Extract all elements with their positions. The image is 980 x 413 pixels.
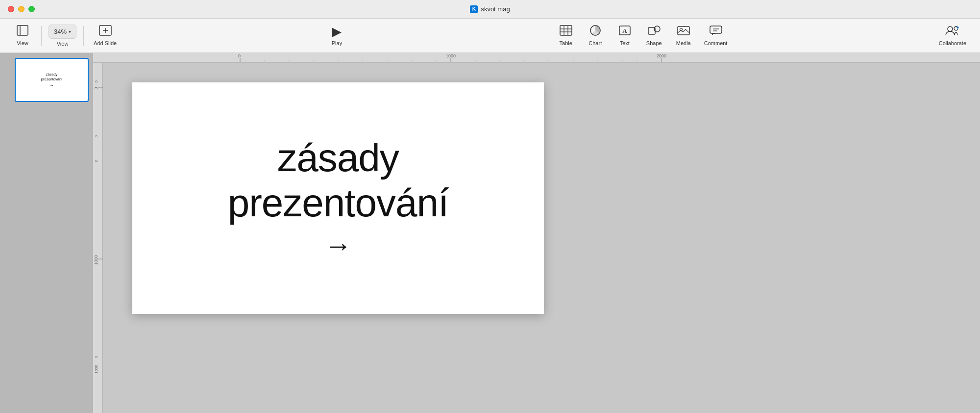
- svg-point-21: [954, 26, 958, 30]
- table-label: Table: [560, 40, 572, 46]
- svg-point-16: [680, 28, 682, 31]
- svg-text:0: 0: [94, 135, 98, 137]
- svg-rect-0: [17, 26, 28, 35]
- close-button[interactable]: [8, 6, 14, 12]
- zoom-label: View: [57, 41, 69, 47]
- chart-icon: [589, 25, 602, 38]
- ruler-left: 0 1000 0 0 0 1000 0: [93, 63, 103, 413]
- add-slide-label: Add Slide: [94, 40, 117, 46]
- play-label: Play: [332, 40, 342, 46]
- zoom-value: 34%: [54, 28, 67, 35]
- separator-1: [41, 26, 42, 46]
- svg-text:0: 0: [94, 159, 98, 162]
- window-title: K skvot mag: [470, 5, 510, 13]
- view-icon: [17, 25, 28, 38]
- play-icon: ▶: [332, 25, 342, 38]
- comment-label: Comment: [704, 40, 728, 46]
- svg-text:0: 0: [94, 87, 98, 89]
- comment-icon: [710, 25, 722, 38]
- svg-text:A: A: [622, 27, 627, 34]
- canvas-body: 0 1000 0 0 0 1000 0 zásady prezentování: [93, 63, 980, 413]
- add-slide-icon: [99, 25, 112, 38]
- media-label: Media: [676, 40, 691, 46]
- media-icon: [677, 25, 690, 38]
- slide-panel: 1 zásady prezentování →: [0, 53, 93, 413]
- ruler-left-mark-0: 0: [94, 80, 98, 82]
- comment-button[interactable]: Comment: [698, 21, 734, 50]
- collaborate-button[interactable]: Collaborate: [933, 21, 972, 50]
- maximize-button[interactable]: [28, 6, 35, 12]
- zoom-chevron-icon: ▾: [69, 29, 71, 34]
- slide-thumbnail[interactable]: zásady prezentování →: [15, 58, 89, 102]
- text-button[interactable]: A Text: [610, 21, 639, 50]
- ruler-top-svg: 0 1000 2000: [93, 53, 980, 63]
- play-button[interactable]: ▶ Play: [322, 21, 351, 50]
- slide-thumb-arrow: →: [49, 83, 54, 88]
- app-icon: K: [470, 5, 478, 13]
- text-icon: A: [618, 25, 631, 38]
- ruler-top: 0 1000 2000: [93, 53, 980, 63]
- zoom-group: 34% ▾ View: [46, 25, 79, 47]
- svg-text:1000: 1000: [94, 255, 98, 265]
- svg-point-20: [948, 26, 953, 31]
- slide-arrow: →: [324, 230, 352, 261]
- svg-rect-5: [560, 26, 572, 35]
- ruler-left-mark-1000: 1000: [94, 365, 98, 374]
- svg-text:0: 0: [94, 356, 98, 358]
- ruler-left-svg: 0 1000 0 0 0: [93, 63, 103, 413]
- media-button[interactable]: Media: [669, 21, 698, 50]
- svg-text:0: 0: [238, 53, 241, 58]
- window-controls: [8, 6, 35, 12]
- view-label: View: [17, 40, 28, 46]
- svg-text:2000: 2000: [657, 53, 666, 58]
- table-button[interactable]: Table: [551, 21, 581, 50]
- zoom-button[interactable]: 34% ▾: [49, 25, 76, 39]
- chart-label: Chart: [588, 40, 602, 46]
- toolbar: View 34% ▾ View Add Slide ▶ Play: [0, 19, 980, 53]
- title-bar: K skvot mag: [0, 0, 980, 19]
- minimize-button[interactable]: [18, 6, 24, 12]
- collaborate-label: Collaborate: [939, 40, 966, 46]
- chart-button[interactable]: Chart: [581, 21, 610, 50]
- slide-thumb-text: zásady prezentování: [41, 72, 62, 82]
- table-icon: [560, 25, 572, 38]
- svg-text:1000: 1000: [446, 53, 456, 58]
- document-title: skvot mag: [481, 5, 510, 13]
- canvas-scroll: zásady prezentování →: [103, 63, 980, 413]
- svg-rect-17: [710, 26, 722, 33]
- svg-rect-15: [678, 26, 689, 35]
- shape-icon: [648, 25, 661, 38]
- text-label: Text: [620, 40, 630, 46]
- slide-title: zásady prezentování: [228, 135, 449, 226]
- view-button[interactable]: View: [8, 21, 37, 50]
- shape-label: Shape: [646, 40, 662, 46]
- main-area: 1 zásady prezentování → 0 1000 2000: [0, 53, 980, 413]
- shape-button[interactable]: Shape: [639, 21, 669, 50]
- collaborate-icon: [945, 25, 960, 38]
- canvas-area: 0 1000 2000: [93, 53, 980, 413]
- add-slide-button[interactable]: Add Slide: [88, 21, 122, 50]
- slide-canvas[interactable]: zásady prezentování →: [132, 82, 544, 314]
- separator-2: [83, 26, 84, 46]
- slide-thumbnail-wrapper[interactable]: 1 zásady prezentování →: [4, 58, 89, 102]
